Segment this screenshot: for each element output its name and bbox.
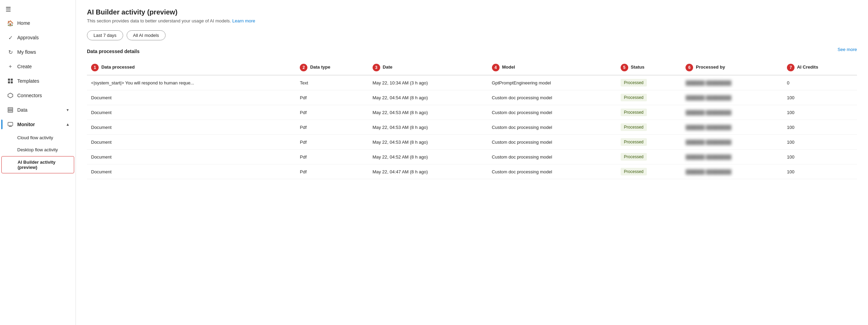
cell-date: May 22, 04:53 AM (8 h ago) <box>368 135 488 150</box>
cell-status: Processed <box>617 135 682 150</box>
cell-processed-by: ██████ ████████ <box>681 105 783 120</box>
table-row: <|system_start|> You will respond to hum… <box>87 75 857 90</box>
cell-processed-by: ██████ ████████ <box>681 75 783 90</box>
cell-ai-credits: 100 <box>783 150 857 164</box>
cell-processed-by: ██████ ████████ <box>681 135 783 150</box>
table-row: Document Pdf May 22, 04:54 AM (8 h ago) … <box>87 90 857 105</box>
sidebar-item-create[interactable]: + Create <box>1 60 74 73</box>
table-row: Document Pdf May 22, 04:47 AM (8 h ago) … <box>87 164 857 179</box>
templates-icon <box>7 78 14 84</box>
cell-data-type: Text <box>296 75 368 90</box>
col-badge-7: 7 <box>787 64 795 71</box>
cell-ai-credits: 100 <box>783 135 857 150</box>
filter-bar: Last 7 days All AI models <box>87 30 857 40</box>
cell-status: Processed <box>617 75 682 90</box>
sidebar-item-label: Home <box>17 20 30 26</box>
col-header-model: 4 Model <box>488 61 617 75</box>
cell-date: May 22, 10:34 AM (3 h ago) <box>368 75 488 90</box>
cell-ai-credits: 100 <box>783 164 857 179</box>
col-badge-6: 6 <box>685 64 693 71</box>
cell-data-type: Pdf <box>296 135 368 150</box>
svg-rect-1 <box>11 79 13 81</box>
cell-ai-credits: 100 <box>783 90 857 105</box>
table-row: Document Pdf May 22, 04:52 AM (8 h ago) … <box>87 150 857 164</box>
col-badge-2: 2 <box>300 64 307 71</box>
sidebar-item-label: Create <box>17 64 32 69</box>
cell-status: Processed <box>617 120 682 135</box>
sidebar-item-label: Monitor <box>17 122 35 127</box>
cell-data-type: Pdf <box>296 120 368 135</box>
see-more-link[interactable]: See more <box>838 47 857 52</box>
cell-data-processed: Document <box>87 105 296 120</box>
cell-date: May 22, 04:54 AM (8 h ago) <box>368 90 488 105</box>
cell-model: Custom doc processing model <box>488 150 617 164</box>
cell-model: Custom doc processing model <box>488 105 617 120</box>
sidebar-subitem-desktop-flow[interactable]: Desktop flow activity <box>1 144 74 155</box>
svg-rect-2 <box>8 81 10 83</box>
sidebar-item-approvals[interactable]: ✓ Approvals <box>1 31 74 44</box>
svg-rect-8 <box>8 122 13 126</box>
filter-date-button[interactable]: Last 7 days <box>87 30 123 40</box>
cell-data-processed: Document <box>87 135 296 150</box>
cell-status: Processed <box>617 90 682 105</box>
approvals-icon: ✓ <box>7 34 14 41</box>
main-content: AI Builder activity (preview) This secti… <box>76 0 868 325</box>
sidebar-subitem-ai-builder[interactable]: AI Builder activity (preview) <box>1 156 74 173</box>
sidebar: ☰ 🏠 Home ✓ Approvals ↻ My flows + Create… <box>0 0 76 325</box>
cell-data-type: Pdf <box>296 164 368 179</box>
col-header-processed-by: 6 Processed by <box>681 61 783 75</box>
cell-model: GptPromptEngineering model <box>488 75 617 90</box>
home-icon: 🏠 <box>7 20 14 27</box>
sidebar-item-label: Connectors <box>17 93 42 98</box>
cell-data-type: Pdf <box>296 105 368 120</box>
table-row: Document Pdf May 22, 04:53 AM (8 h ago) … <box>87 135 857 150</box>
table-section-title: Data processed details <box>87 49 140 54</box>
sidebar-subitem-label: Cloud flow activity <box>17 135 53 140</box>
col-header-status: 5 Status <box>617 61 682 75</box>
create-icon: + <box>7 63 14 70</box>
sidebar-item-connectors[interactable]: Connectors <box>1 89 74 102</box>
col-header-ai-credits: 7 AI Credits <box>783 61 857 75</box>
sidebar-item-label: My flows <box>17 49 36 55</box>
cell-data-type: Pdf <box>296 90 368 105</box>
sidebar-item-data[interactable]: Data ▾ <box>1 103 74 117</box>
sidebar-item-monitor[interactable]: Monitor ▴ <box>1 118 74 131</box>
page-subtitle: This section provides data to better und… <box>87 18 857 23</box>
chevron-down-icon: ▾ <box>67 108 69 112</box>
hamburger-icon[interactable]: ☰ <box>0 0 76 16</box>
cell-date: May 22, 04:52 AM (8 h ago) <box>368 150 488 164</box>
cell-ai-credits: 100 <box>783 105 857 120</box>
sidebar-item-templates[interactable]: Templates <box>1 74 74 88</box>
col-header-data-processed: 1 Data processed <box>87 61 296 75</box>
col-header-date: 3 Date <box>368 61 488 75</box>
sidebar-subitem-cloud-flow[interactable]: Cloud flow activity <box>1 132 74 143</box>
col-header-data-type: 2 Data type <box>296 61 368 75</box>
filter-model-button[interactable]: All AI models <box>127 30 166 40</box>
col-badge-5: 5 <box>621 64 628 71</box>
sidebar-subitem-label: Desktop flow activity <box>17 147 58 152</box>
table-row: Document Pdf May 22, 04:53 AM (8 h ago) … <box>87 105 857 120</box>
svg-rect-0 <box>8 79 10 81</box>
cell-data-type: Pdf <box>296 150 368 164</box>
sidebar-subitem-label: AI Builder activity (preview) <box>18 160 68 170</box>
sidebar-item-myflows[interactable]: ↻ My flows <box>1 45 74 59</box>
table-row: Document Pdf May 22, 04:53 AM (8 h ago) … <box>87 120 857 135</box>
cell-date: May 22, 04:47 AM (8 h ago) <box>368 164 488 179</box>
cell-model: Custom doc processing model <box>488 135 617 150</box>
cell-model: Custom doc processing model <box>488 164 617 179</box>
learn-more-link[interactable]: Learn more <box>232 18 255 23</box>
sidebar-item-label: Approvals <box>17 35 39 40</box>
cell-data-processed: Document <box>87 150 296 164</box>
sidebar-item-home[interactable]: 🏠 Home <box>1 16 74 30</box>
cell-date: May 22, 04:53 AM (8 h ago) <box>368 120 488 135</box>
cell-data-processed: Document <box>87 164 296 179</box>
col-badge-4: 4 <box>492 64 500 71</box>
cell-processed-by: ██████ ████████ <box>681 150 783 164</box>
col-badge-1: 1 <box>91 64 99 71</box>
flows-icon: ↻ <box>7 49 14 55</box>
cell-model: Custom doc processing model <box>488 90 617 105</box>
cell-status: Processed <box>617 105 682 120</box>
svg-rect-6 <box>8 109 13 111</box>
cell-status: Processed <box>617 164 682 179</box>
monitor-icon <box>7 121 14 128</box>
